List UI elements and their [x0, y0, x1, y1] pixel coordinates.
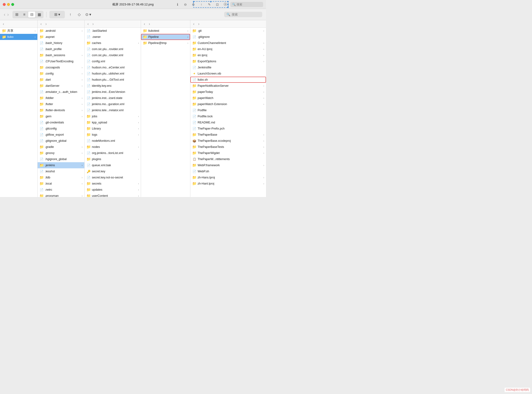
list-item[interactable]: 📁 jobs ›	[85, 113, 141, 119]
list-item[interactable]: 📁 .git ›	[190, 28, 266, 34]
list-item[interactable]: 📄 identity.key.enc	[85, 83, 141, 89]
list-item[interactable]: 📄 .hgignore_global	[38, 156, 84, 162]
list-view-btn[interactable]: ≡	[21, 11, 28, 18]
list-item[interactable]: 📄 .bash_history	[38, 40, 84, 46]
list-item[interactable]: 📁 zh-Hans.lproj ›	[190, 174, 266, 181]
list-item[interactable]: 📁 Library ›	[85, 125, 141, 132]
panel-4-scroll[interactable]: 📁 liubotest › 📁 Pipeline › 📁 Pipeline@tm…	[141, 28, 190, 197]
fullscreen-button[interactable]	[11, 3, 14, 6]
list-item[interactable]: 📁 .aspnet	[38, 34, 84, 40]
list-item[interactable]: 📁 .flutter-devtools ›	[38, 107, 84, 113]
list-item[interactable]: 📁 .config ›	[38, 71, 84, 77]
list-item[interactable]: 📁 ThePaperBaseTests ›	[190, 144, 266, 150]
back-btn[interactable]: ‹	[4, 12, 5, 17]
list-item[interactable]: 📁 .groovy ›	[38, 150, 84, 156]
panel-2-scroll[interactable]: 📁 .android › 📁 .aspnet 📄 .bash_history 📄…	[38, 28, 84, 197]
list-item[interactable]: 📄 WebP.sh	[190, 168, 266, 174]
list-item[interactable]: 📄 hudson.mo...eCenter.xml	[85, 64, 141, 71]
more-btn[interactable]: ⊙ ▾	[85, 11, 92, 18]
list-item[interactable]: 📁 WebP.framework ›	[190, 162, 266, 168]
action-btn[interactable]: ⊞ ▾	[50, 11, 64, 18]
list-item-liubo-sh[interactable]: 📄 liubo.sh	[190, 77, 266, 83]
list-item[interactable]: 📁 .proxyman ›	[38, 193, 84, 197]
list-item[interactable]: 📁 .dartServer ›	[38, 83, 84, 89]
list-item[interactable]: 📄 nodeMonitors.xml	[85, 138, 141, 144]
list-item[interactable]: 📁 updates ›	[85, 187, 141, 193]
list-item[interactable]: 📄 jenkins.inst...ExecVersion	[85, 89, 141, 95]
list-item[interactable]: 📄 ThePaper-Prefix.pch	[190, 125, 266, 132]
list-item[interactable]: 📁 secrets ›	[85, 181, 141, 187]
panel-5-right-btn[interactable]: ›	[197, 21, 200, 26]
list-item[interactable]: 📁 userContent ›	[85, 193, 141, 197]
list-item[interactable]: 📁 zh-Hant.lproj ›	[190, 181, 266, 187]
list-item[interactable]: 📄 secret.key.not-so-secret	[85, 174, 141, 181]
list-item[interactable]: 📁 CustomChannelIntent ›	[190, 40, 266, 46]
handle-tm[interactable]	[210, 1, 211, 2]
list-item[interactable]: 📁 .gem ›	[38, 113, 84, 119]
list-item[interactable]: 📄 org.jenkins...tionList.xml	[85, 150, 141, 156]
list-item[interactable]: 📁 .bash_sessions ›	[38, 52, 84, 58]
list-item[interactable]: 📁 .local ›	[38, 181, 84, 187]
sidebar-scroll[interactable]: 📁 共享 › 📁 liubo ›	[0, 28, 37, 197]
info-btn[interactable]: ℹ	[174, 2, 180, 7]
sidebar-item-liubo[interactable]: 📁 liubo ›	[0, 34, 37, 40]
share-toolbar-btn[interactable]: ↑	[67, 11, 74, 18]
list-item-jenkins[interactable]: 📁 .jenkins ›	[38, 162, 84, 168]
list-item[interactable]: 📄 .gitflow_export	[38, 132, 84, 138]
list-item[interactable]: 📁 paperWatch ›	[190, 95, 266, 101]
panel-3-right-btn[interactable]: ›	[92, 21, 94, 26]
list-item[interactable]: 📁 logs ›	[85, 132, 141, 138]
list-item[interactable]: 📁 PaperNotificationServer ›	[190, 83, 266, 89]
list-item[interactable]: 📁 .cocoapods ›	[38, 64, 84, 71]
list-item[interactable]: 📁 .fiddler ›	[38, 95, 84, 101]
list-item[interactable]: 📁 nodes ›	[85, 144, 141, 150]
list-item[interactable]: 📁 .gradle ›	[38, 144, 84, 150]
list-item[interactable]: 📄 .bash_profile	[38, 46, 84, 52]
panel-2-right-btn[interactable]: ›	[44, 21, 47, 26]
column-view-btn[interactable]: ⊟	[28, 11, 35, 18]
list-item[interactable]: 📄 hudson.plu...ublisher.xml	[85, 71, 141, 77]
handle-tr[interactable]	[227, 1, 229, 2]
gallery-view-btn[interactable]: ▦	[36, 11, 43, 18]
list-item[interactable]: 📄 .lesshst	[38, 168, 84, 174]
list-item[interactable]: 📄 .gitignore_global	[38, 138, 84, 144]
panel-2-left-btn[interactable]: ‹	[40, 21, 42, 26]
minimize-button[interactable]	[7, 3, 10, 6]
list-item[interactable]: 📦 ThePaperBase.xcodeproj ›	[190, 138, 266, 144]
list-item[interactable]: 📋 ThePaperW...ntitlements	[190, 156, 266, 162]
panel-5-left-btn[interactable]: ‹	[192, 21, 195, 26]
list-item[interactable]: 📄 jenkins.tele...rrelator.xml	[85, 107, 141, 113]
list-item-pipeline-tmp[interactable]: 📁 Pipeline@tmp ›	[141, 40, 190, 46]
list-item[interactable]: 📄 queue.xml.bak	[85, 162, 141, 168]
list-item-liubotest[interactable]: 📁 liubotest ›	[141, 28, 190, 34]
panel-left-btn[interactable]: ‹	[2, 21, 5, 26]
handle-br[interactable]	[227, 7, 229, 8]
search-input[interactable]	[232, 13, 260, 16]
titlebar-search[interactable]: 🔍	[230, 2, 263, 7]
close-button[interactable]	[3, 3, 6, 6]
list-item-pipeline[interactable]: 📁 Pipeline ›	[141, 34, 190, 40]
list-item[interactable]: 📁 .dart ›	[38, 77, 84, 83]
list-item[interactable]: 📁 ThePaperBase ›	[190, 132, 266, 138]
panel-3-scroll[interactable]: 📄 .lastStarted 📄 .owner 📁 caches › 📄 com…	[85, 28, 141, 197]
list-item[interactable]: 📄 .CFUserTextEncoding	[38, 58, 84, 64]
list-item[interactable]: 📄 .gitignore	[190, 34, 266, 40]
list-item[interactable]: 🔑 secret.key	[85, 168, 141, 174]
list-item[interactable]: 📁 .android ›	[38, 28, 84, 34]
handle-mr[interactable]	[227, 4, 229, 5]
list-item[interactable]: 📄 com.sic.plu...rovider.xml	[85, 46, 141, 52]
forward-btn[interactable]: ›	[7, 12, 9, 17]
search-input-title[interactable]	[237, 3, 260, 6]
toolbar-search[interactable]: 🔍	[224, 12, 262, 17]
zoom-out-btn[interactable]: ⊖	[182, 2, 189, 7]
list-item[interactable]: 📄 README.md	[190, 119, 266, 125]
tag-btn[interactable]: ◇	[76, 11, 83, 18]
list-item[interactable]: 📁 en-AU.lproj ›	[190, 46, 266, 52]
list-item[interactable]: 📁 ThePaperWigdet ›	[190, 150, 266, 156]
list-item[interactable]: 📄 Jenkinsfile	[190, 64, 266, 71]
list-item[interactable]: 📄 .owner	[85, 34, 141, 40]
list-item[interactable]: 📄 com.sic.plu...rovider.xml	[85, 52, 141, 58]
icon-view-btn[interactable]: ⊞	[13, 11, 20, 18]
panel-4-right-btn[interactable]: ›	[148, 21, 151, 26]
list-item[interactable]: 📄 .netrc	[38, 187, 84, 193]
